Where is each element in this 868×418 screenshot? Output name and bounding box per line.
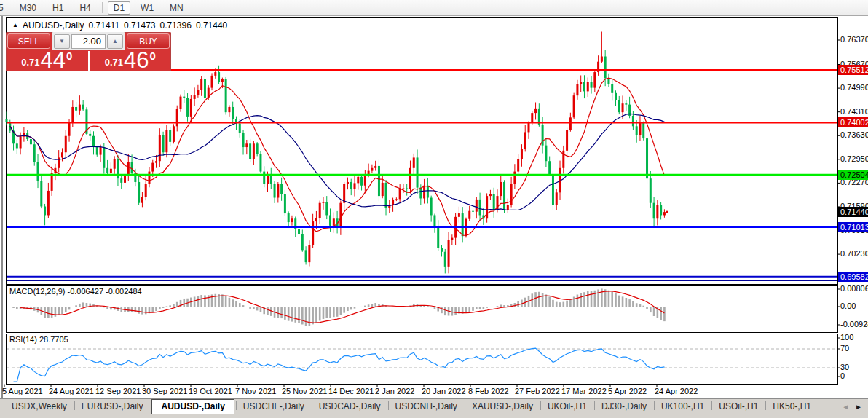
tab-usdchf-daily[interactable]: USDCHF-,Daily [236, 400, 312, 414]
timeframe-button-mn[interactable]: MN [164, 1, 189, 15]
chart-symbol-title: AUDUSD-,Daily [23, 20, 84, 31]
tab-usdx-weekly[interactable]: USDX,Weekly [4, 400, 74, 414]
sell-button[interactable]: SELL [7, 33, 50, 49]
timeframe-button-m30[interactable]: M30 [14, 1, 42, 15]
buy-price-big: 46 [124, 51, 149, 70]
buy-button[interactable]: BUY [127, 33, 170, 49]
tab-uk100-h1[interactable]: UK100-,H1 [654, 400, 711, 414]
macd-label: MACD(12,26,9) -0.006427 -0.002484 [9, 287, 142, 296]
ohlc-low: 0.71396 [160, 20, 192, 31]
sell-price-prefix: 0.71 [21, 57, 39, 68]
chart-info-line: ▲ AUDUSD-,Daily 0.71411 0.71473 0.71396 … [12, 20, 227, 31]
tab-hk50-h1[interactable]: HK50-,H1 [765, 400, 818, 414]
chart-tab-bar: USDX,WeeklyEURUSD-,DailyAUDUSD-,DailyUSD… [0, 398, 868, 414]
timeframe-button-5[interactable]: 5 [0, 1, 9, 15]
sell-price-pip: 0 [66, 50, 72, 62]
rsi-label: RSI(14) 28.7705 [9, 335, 68, 344]
tab-dj30-daily[interactable]: DJ30-,Daily [594, 400, 654, 414]
chart-symbol-icon: ▲ [12, 22, 18, 28]
timeframe-button-h1[interactable]: H1 [47, 1, 69, 15]
status-strip [0, 414, 868, 418]
last-price-marker [666, 211, 668, 213]
volume-increase-button[interactable]: ▲ [107, 34, 123, 49]
ohlc-close: 0.71440 [196, 20, 227, 31]
ma-slow-line [10, 114, 665, 210]
one-click-trading-panel: SELL ▼ 2.00 ▲ BUY 0.71 44 0 0.71 46 0 [6, 32, 171, 71]
rsi-line [14, 348, 665, 382]
timeframe-button-d1[interactable]: D1 [108, 1, 130, 15]
timeframe-toolbar: 5M30H1H4D1W1MN [0, 0, 868, 16]
tab-xauusd-daily[interactable]: XAUUSD-,Daily [465, 400, 540, 414]
ohlc-open: 0.71411 [89, 20, 120, 31]
toolbar-separator [102, 2, 103, 13]
ohlc-high: 0.71473 [124, 20, 155, 31]
tab-audusd-daily[interactable]: AUDUSD-,Daily [151, 399, 234, 414]
tab-scroll-right-icon[interactable]: ► [855, 403, 862, 411]
tab-scroll-left-icon[interactable]: ◄ [842, 403, 849, 411]
buy-price-pip: 0 [149, 50, 155, 62]
sell-price-big: 44 [40, 51, 65, 70]
timeframe-button-w1[interactable]: W1 [135, 1, 159, 15]
volume-input[interactable]: 2.00 [71, 34, 106, 49]
buy-price-prefix: 0.71 [105, 57, 123, 68]
sell-price-display[interactable]: 0.71 44 0 [6, 50, 88, 71]
timeframe-button-h4[interactable]: H4 [74, 1, 96, 15]
tab-usdcnh-daily[interactable]: USDCNH-,Daily [388, 400, 465, 414]
tab-usdcad-daily[interactable]: USDCAD-,Daily [312, 400, 388, 414]
tab-ukoil-h1[interactable]: UKOil-,H1 [540, 400, 594, 414]
volume-decrease-button[interactable]: ▼ [54, 34, 70, 49]
tab-usoil-h1[interactable]: USOil-,H1 [711, 400, 765, 414]
tab-eurusd-daily[interactable]: EURUSD-,Daily [74, 400, 151, 414]
buy-price-display[interactable]: 0.71 46 0 [90, 50, 172, 71]
